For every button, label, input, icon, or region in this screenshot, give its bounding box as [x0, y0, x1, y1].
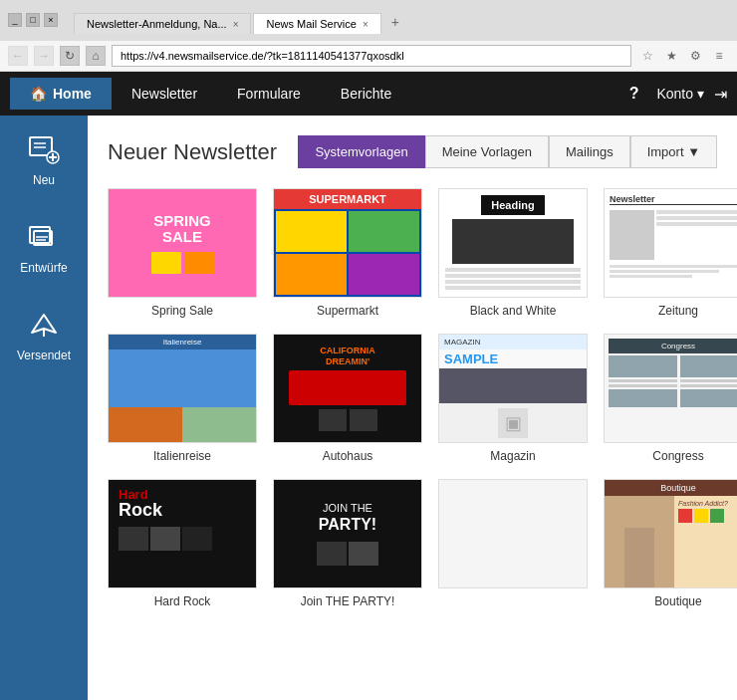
template-party[interactable]: JOIN THE PARTY! Join THE PARTY! — [273, 479, 422, 608]
template-congress[interactable]: Congress — [604, 334, 737, 463]
nav-newsletter[interactable]: Newsletter — [112, 74, 217, 114]
home-icon: 🏠 — [30, 86, 47, 102]
template-grid: SPRINGSALE Spring Sale SUP — [108, 188, 717, 608]
new-tab-btn[interactable]: + — [383, 10, 407, 34]
page-title: Neuer Newsletter — [108, 139, 277, 165]
template-congress-label: Congress — [652, 449, 703, 463]
template-autohaus-label: Autohaus — [323, 449, 373, 463]
close-btn[interactable]: × — [44, 13, 58, 27]
template-zeitung[interactable]: Newsletter — [604, 188, 737, 318]
template-boutique[interactable]: Boutique Fashion Addict? — [604, 479, 737, 608]
sidebar-item-neu[interactable]: Neu — [0, 116, 88, 203]
back-btn[interactable]: ← — [8, 46, 28, 66]
app-nav: 🏠 Home Newsletter Formulare Berichte ? K… — [0, 72, 737, 116]
home-btn[interactable]: ⌂ — [86, 46, 106, 66]
tab-2-label: News Mail Service — [266, 18, 356, 30]
settings-icon[interactable]: ⚙ — [685, 46, 705, 66]
browser-chrome: _ □ × Newsletter-Anmeldung, Na... × News… — [0, 0, 737, 72]
window-controls: _ □ × — [8, 13, 58, 27]
title-bar: _ □ × Newsletter-Anmeldung, Na... × News… — [0, 0, 737, 40]
template-supermarkt-label: Supermarkt — [317, 304, 378, 318]
sent-icon — [26, 307, 62, 343]
template-magazin-label: Magazin — [490, 449, 535, 463]
content-header: Neuer Newsletter Systemvorlagen Meine Vo… — [108, 135, 717, 168]
url-input[interactable] — [112, 45, 631, 67]
template-supermarkt[interactable]: SUPERMARKT Supermarkt — [273, 188, 422, 318]
home-label: Home — [53, 86, 92, 102]
template-magazin[interactable]: MAGAZIN SAMPLE ▣ Magazin — [438, 334, 588, 463]
template-spring-sale-label: Spring Sale — [151, 304, 213, 318]
sidebar-versendet-label: Versendet — [17, 349, 71, 362]
tab-2[interactable]: News Mail Service × — [253, 13, 380, 34]
tab-meine-vorlagen[interactable]: Meine Vorlagen — [425, 135, 549, 168]
help-btn[interactable]: ? — [621, 85, 647, 103]
konto-label: Konto — [656, 86, 693, 102]
forward-btn[interactable]: → — [34, 46, 54, 66]
main-area: Neu Entwürfe Versendet — [0, 116, 737, 700]
sidebar-neu-label: Neu — [33, 173, 55, 187]
tab-2-close[interactable]: × — [363, 19, 368, 30]
supermarkt-header: SUPERMARKT — [274, 189, 421, 209]
template-party-label: Join THE PARTY! — [301, 594, 395, 608]
sidebar-item-versendet[interactable]: Versendet — [0, 291, 88, 378]
template-autohaus[interactable]: CALIFORNIADREAMIN' Autohaus — [273, 334, 422, 463]
template-tabs: Systemvorlagen Meine Vorlagen Mailings I… — [298, 135, 717, 168]
home-nav-btn[interactable]: 🏠 Home — [10, 78, 112, 110]
nav-right: ? Konto ▾ ⇥ — [621, 85, 727, 104]
nav-formulare[interactable]: Formulare — [217, 74, 321, 114]
tab-1-close[interactable]: × — [233, 19, 239, 30]
tab-mailings[interactable]: Mailings — [549, 135, 630, 168]
sidebar-entwuerfe-label: Entwürfe — [20, 261, 67, 275]
template-boutique-label: Boutique — [654, 594, 701, 608]
template-spring-sale[interactable]: SPRINGSALE Spring Sale — [108, 188, 257, 318]
tab-bar: Newsletter-Anmeldung, Na... × News Mail … — [66, 6, 415, 34]
star-icon[interactable]: ☆ — [637, 46, 657, 66]
bw-heading: Heading — [481, 195, 544, 215]
browser-icons: ☆ ★ ⚙ ≡ — [637, 46, 729, 66]
nav-berichte[interactable]: Berichte — [321, 74, 411, 114]
content-area: Neuer Newsletter Systemvorlagen Meine Vo… — [88, 116, 737, 700]
new-icon — [26, 131, 62, 167]
refresh-btn[interactable]: ↻ — [60, 46, 80, 66]
maximize-btn[interactable]: □ — [26, 13, 40, 27]
menu-icon[interactable]: ≡ — [709, 46, 729, 66]
template-italien-label: Italienreise — [153, 449, 211, 463]
logout-btn[interactable]: ⇥ — [714, 85, 727, 104]
sidebar: Neu Entwürfe Versendet — [0, 116, 88, 700]
minimize-btn[interactable]: _ — [8, 13, 22, 27]
template-bw-label: Black and White — [470, 304, 557, 318]
tab-1-label: Newsletter-Anmeldung, Na... — [87, 18, 227, 30]
tab-systemvorlagen[interactable]: Systemvorlagen — [298, 135, 424, 168]
konto-btn[interactable]: Konto ▾ — [656, 86, 704, 102]
template-hardrock-label: Hard Rock — [154, 594, 211, 608]
template-italien[interactable]: Italienreise Italienreise — [108, 334, 257, 463]
tab-import[interactable]: Import ▼ — [630, 135, 717, 168]
drafts-icon — [26, 219, 62, 255]
tab-1[interactable]: Newsletter-Anmeldung, Na... × — [74, 13, 251, 34]
bookmark-icon[interactable]: ★ — [661, 46, 681, 66]
template-hardrock[interactable]: Hard Rock Hard Rock — [108, 479, 257, 608]
sidebar-item-entwuerfe[interactable]: Entwürfe — [0, 203, 88, 291]
template-bw[interactable]: Heading Black and White — [438, 188, 588, 318]
template-zeitung-label: Zeitung — [658, 304, 698, 318]
address-bar: ← → ↻ ⌂ ☆ ★ ⚙ ≡ — [0, 40, 737, 72]
template-blank[interactable] — [438, 479, 588, 608]
nav-links: Newsletter Formulare Berichte — [112, 74, 621, 114]
konto-chevron-icon: ▾ — [697, 86, 704, 102]
